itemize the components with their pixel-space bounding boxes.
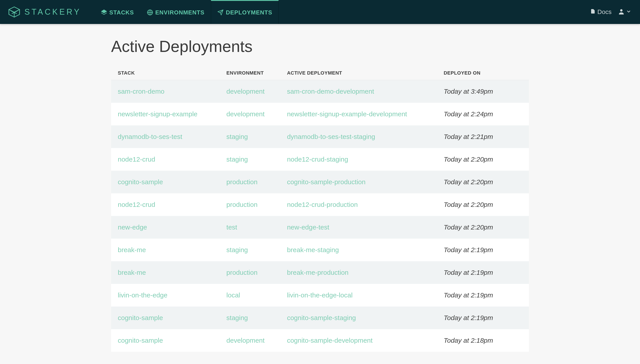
deployments-table-wrap: STACK ENVIRONMENT ACTIVE DEPLOYMENT DEPL… <box>111 66 529 352</box>
deployed-on: Today at 2:20pm <box>437 171 529 193</box>
deployed-on: Today at 2:19pm <box>437 284 529 306</box>
send-icon <box>217 9 224 16</box>
topbar-right: Docs <box>590 8 631 16</box>
stack-link[interactable]: cognito-sample <box>111 329 220 352</box>
svg-point-8 <box>620 9 623 12</box>
layers-icon <box>101 9 107 16</box>
col-stack[interactable]: STACK <box>111 66 220 80</box>
table-row: dynamodb-to-ses-teststagingdynamodb-to-s… <box>111 126 529 148</box>
deployed-on: Today at 2:18pm <box>437 329 529 352</box>
docs-link[interactable]: Docs <box>590 8 611 16</box>
primary-nav: STACKS ENVIRONMENTS DEPLOYMENTS <box>94 0 279 24</box>
stack-link[interactable]: cognito-sample <box>111 306 220 329</box>
nav-label: DEPLOYMENTS <box>226 9 272 16</box>
table-row: cognito-sampledevelopmentcognito-sample-… <box>111 329 529 352</box>
table-row: cognito-sampleproductioncognito-sample-p… <box>111 171 529 193</box>
environment-link[interactable]: production <box>220 171 280 193</box>
user-icon <box>618 8 625 16</box>
deployment-link[interactable]: node12-crud-production <box>280 193 437 216</box>
nav-stacks[interactable]: STACKS <box>94 0 140 24</box>
environment-link[interactable]: development <box>220 329 280 352</box>
environment-link[interactable]: staging <box>220 306 280 329</box>
deployment-link[interactable]: new-edge-test <box>280 216 437 238</box>
table-row: livin-on-the-edgelocallivin-on-the-edge-… <box>111 284 529 306</box>
col-active-deployment[interactable]: ACTIVE DEPLOYMENT <box>280 66 437 80</box>
nav-label: STACKS <box>109 9 134 16</box>
brand-name: STACKERY <box>25 7 81 17</box>
environment-link[interactable]: test <box>220 216 280 238</box>
deployment-link[interactable]: cognito-sample-staging <box>280 306 437 329</box>
table-row: node12-crudproductionnode12-crud-product… <box>111 193 529 216</box>
table-row: node12-crudstagingnode12-crud-stagingTod… <box>111 148 529 171</box>
deployed-on: Today at 2:19pm <box>437 238 529 261</box>
deployed-on: Today at 2:20pm <box>437 216 529 238</box>
col-environment[interactable]: ENVIRONMENT <box>220 66 280 80</box>
deployment-link[interactable]: livin-on-the-edge-local <box>280 284 437 306</box>
docs-label: Docs <box>597 8 611 16</box>
stack-link[interactable]: new-edge <box>111 216 220 238</box>
deployment-link[interactable]: sam-cron-demo-development <box>280 80 437 103</box>
stack-link[interactable]: node12-crud <box>111 193 220 216</box>
deployed-on: Today at 2:20pm <box>437 193 529 216</box>
page-title: Active Deployments <box>111 37 587 56</box>
stackery-logo-icon <box>8 6 21 18</box>
nav-deployments[interactable]: DEPLOYMENTS <box>211 0 279 24</box>
environment-link[interactable]: production <box>220 193 280 216</box>
environment-link[interactable]: staging <box>220 238 280 261</box>
table-header-row: STACK ENVIRONMENT ACTIVE DEPLOYMENT DEPL… <box>111 66 529 80</box>
stack-link[interactable]: sam-cron-demo <box>111 80 220 103</box>
environment-link[interactable]: staging <box>220 126 280 148</box>
document-icon <box>590 8 595 16</box>
table-row: break-meproductionbreak-me-productionTod… <box>111 261 529 284</box>
deployment-link[interactable]: cognito-sample-development <box>280 329 437 352</box>
chevron-down-icon <box>626 9 631 15</box>
deployed-on: Today at 2:19pm <box>437 306 529 329</box>
deployment-link[interactable]: break-me-staging <box>280 238 437 261</box>
topbar: STACKERY STACKS ENVIRONMENTS <box>0 0 640 24</box>
deployed-on: Today at 2:24pm <box>437 103 529 126</box>
stack-link[interactable]: cognito-sample <box>111 171 220 193</box>
user-menu[interactable] <box>618 8 631 16</box>
environment-link[interactable]: production <box>220 261 280 284</box>
svg-marker-2 <box>101 10 106 13</box>
deployed-on: Today at 2:20pm <box>437 148 529 171</box>
table-row: break-mestagingbreak-me-stagingToday at … <box>111 238 529 261</box>
deployment-link[interactable]: break-me-production <box>280 261 437 284</box>
deployment-link[interactable]: cognito-sample-production <box>280 171 437 193</box>
globe-icon <box>147 9 153 16</box>
nav-environments[interactable]: ENVIRONMENTS <box>140 0 211 24</box>
nav-label: ENVIRONMENTS <box>155 9 204 16</box>
deployed-on: Today at 2:19pm <box>437 261 529 284</box>
main-content: Active Deployments STACK ENVIRONMENT ACT… <box>53 24 587 352</box>
deployed-on: Today at 2:21pm <box>437 126 529 148</box>
stack-link[interactable]: break-me <box>111 238 220 261</box>
environment-link[interactable]: development <box>220 103 280 126</box>
stack-link[interactable]: break-me <box>111 261 220 284</box>
stack-link[interactable]: newsletter-signup-example <box>111 103 220 126</box>
environment-link[interactable]: staging <box>220 148 280 171</box>
deployment-link[interactable]: node12-crud-staging <box>280 148 437 171</box>
table-row: new-edgetestnew-edge-testToday at 2:20pm <box>111 216 529 238</box>
stack-link[interactable]: node12-crud <box>111 148 220 171</box>
environment-link[interactable]: development <box>220 80 280 103</box>
environment-link[interactable]: local <box>220 284 280 306</box>
deployment-link[interactable]: dynamodb-to-ses-test-staging <box>280 126 437 148</box>
brand-logo[interactable]: STACKERY <box>8 6 81 18</box>
col-deployed-on[interactable]: DEPLOYED ON <box>437 66 529 80</box>
table-row: newsletter-signup-exampledevelopmentnews… <box>111 103 529 126</box>
deployments-table: STACK ENVIRONMENT ACTIVE DEPLOYMENT DEPL… <box>111 66 529 352</box>
deployed-on: Today at 3:49pm <box>437 80 529 103</box>
table-row: cognito-samplestagingcognito-sample-stag… <box>111 306 529 329</box>
stack-link[interactable]: dynamodb-to-ses-test <box>111 126 220 148</box>
stack-link[interactable]: livin-on-the-edge <box>111 284 220 306</box>
deployment-link[interactable]: newsletter-signup-example-development <box>280 103 437 126</box>
table-row: sam-cron-demodevelopmentsam-cron-demo-de… <box>111 80 529 103</box>
